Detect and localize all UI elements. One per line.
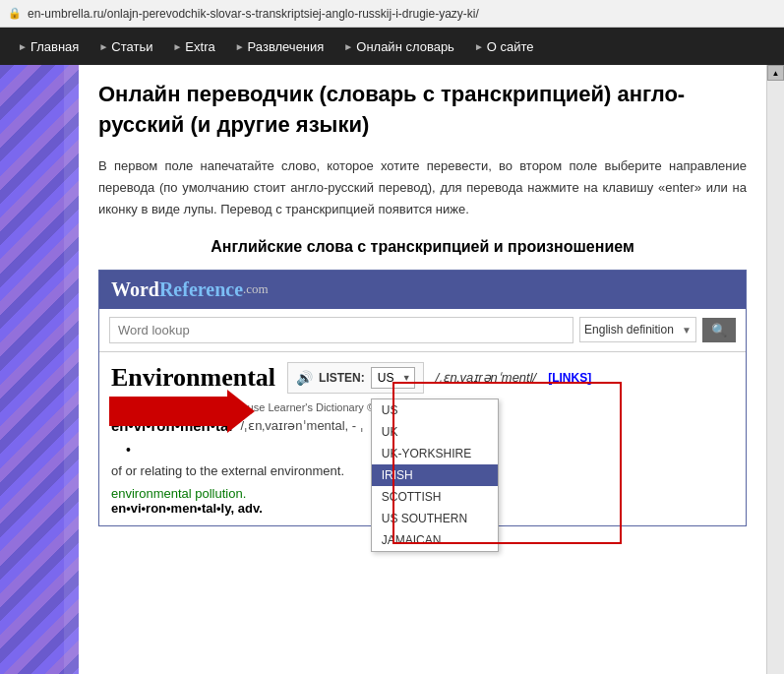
lock-icon: 🔒 — [8, 7, 22, 20]
section-heading: Английские слова с транскрипцией и произ… — [98, 238, 747, 256]
nav-item-about[interactable]: ► О сайте — [466, 35, 542, 58]
left-decoration — [0, 65, 79, 674]
transcription: /ˌɛn‚vaɪrənˈmentl/ — [436, 370, 536, 385]
address-bar: 🔒 en-umbrella.ru/onlajn-perevodchik-slov… — [0, 0, 784, 28]
nav-item-entertainment[interactable]: ► Развлечения — [227, 35, 332, 58]
nav-arrow-5: ► — [343, 41, 353, 52]
red-arrow — [109, 390, 255, 433]
wr-word-content: Environmental 🔊 LISTEN: US ▼ US — [99, 352, 746, 525]
nav-arrow-3: ► — [172, 41, 182, 52]
arrow-head — [227, 390, 255, 433]
dropdown-option-irish[interactable]: IRISH — [372, 464, 498, 486]
scroll-up-button[interactable]: ▲ — [767, 65, 784, 81]
page-description: В первом поле напечатайте слово, которое… — [98, 155, 747, 220]
main-content: Онлайн переводчик (словарь с транскрипци… — [79, 65, 766, 674]
word-lookup-input[interactable] — [109, 317, 573, 343]
listen-select-wrapper: US ▼ US UK UK-YORKSHIRE IRISH SCOTTISH U… — [371, 367, 415, 389]
dropdown-option-uk-yorkshire[interactable]: UK-YORKSHIRE — [372, 443, 498, 464]
phonetic-ipa: /ˌɛn‚vaɪrənˈmental, - ˌ — [241, 418, 364, 433]
nav-item-home[interactable]: ► Главная — [10, 35, 87, 58]
dropdown-option-us[interactable]: US — [372, 399, 498, 421]
dropdown-option-jamaican[interactable]: JAMAICAN — [372, 529, 498, 551]
listen-label: LISTEN: — [319, 371, 365, 385]
wr-logo-com: .com — [243, 281, 269, 297]
nav-arrow-4: ► — [235, 41, 245, 52]
listen-select[interactable]: US — [371, 367, 415, 389]
dropdown-option-us-southern[interactable]: US SOUTHERN — [372, 508, 498, 529]
wr-logo-ref: Reference — [159, 278, 243, 301]
scroll-track[interactable] — [767, 81, 784, 674]
lang-select-wrapper: English definition ▼ — [579, 317, 696, 342]
dropdown-option-scottish[interactable]: SCOTTISH — [372, 486, 498, 508]
right-scrollbar: ▲ ▼ — [766, 65, 784, 674]
lang-select[interactable]: English definition — [580, 318, 678, 341]
links-button[interactable]: [LINKS] — [548, 371, 591, 385]
page-title: Онлайн переводчик (словарь с транскрипци… — [98, 80, 747, 141]
word-title: Environmental — [111, 363, 275, 393]
listen-section: 🔊 LISTEN: US ▼ US UK UK-YORKSHIRE — [287, 362, 424, 394]
wr-logo-word: Word — [111, 278, 159, 301]
arrow-body — [109, 397, 227, 426]
address-url: en-umbrella.ru/onlajn-perevodchik-slovar… — [28, 7, 479, 21]
nav-arrow-6: ► — [474, 41, 484, 52]
wr-header: WordReference.com — [99, 271, 746, 309]
nav-bar: ► Главная ► Статьи ► Extra ► Развлечения… — [0, 28, 784, 65]
wr-search-bar: English definition ▼ 🔍 — [99, 309, 746, 352]
listen-dropdown: US UK UK-YORKSHIRE IRISH SCOTTISH US SOU… — [371, 398, 499, 552]
nav-arrow: ► — [18, 41, 28, 52]
dropdown-option-uk[interactable]: UK — [372, 421, 498, 443]
search-button[interactable]: 🔍 — [702, 318, 736, 342]
nav-item-dictionary[interactable]: ► Онлайн словарь — [335, 35, 462, 58]
nav-arrow-2: ► — [98, 41, 108, 52]
wordreference-widget: WordReference.com English definition ▼ 🔍 — [98, 270, 747, 526]
lang-chevron-icon: ▼ — [678, 325, 695, 336]
page-wrapper: Онлайн переводчик (словарь с транскрипци… — [0, 65, 784, 674]
nav-item-articles[interactable]: ► Статьи — [90, 35, 160, 58]
nav-item-extra[interactable]: ► Extra — [164, 35, 222, 58]
listen-icon: 🔊 — [296, 370, 313, 386]
